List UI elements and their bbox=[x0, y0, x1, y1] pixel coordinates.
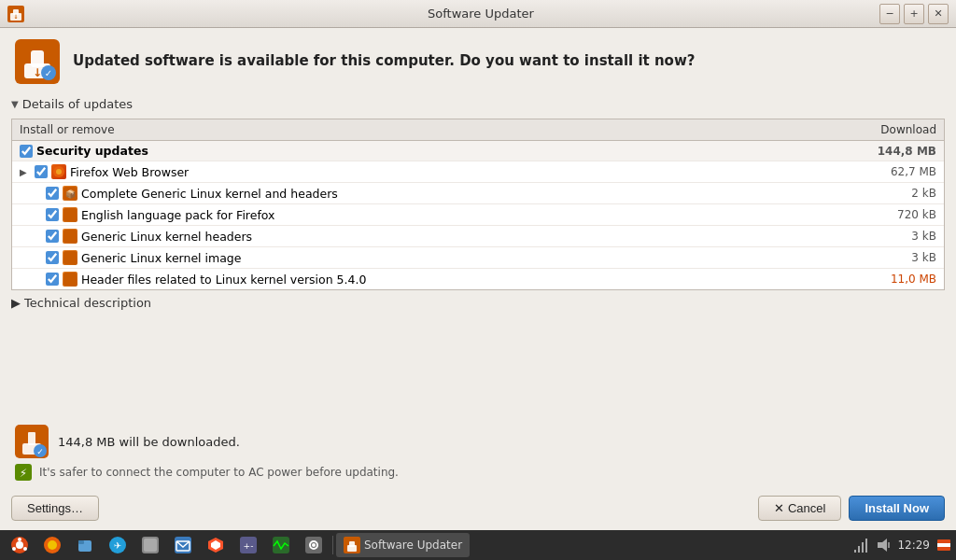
col-install-header: Install or remove bbox=[20, 123, 852, 136]
item-checkbox[interactable] bbox=[46, 187, 59, 200]
item-checkbox[interactable] bbox=[46, 230, 59, 243]
svg-rect-50 bbox=[349, 541, 355, 547]
taskbar-icons-left: ✈ +- Software Updater bbox=[4, 533, 470, 557]
taskbar-volume-icon bbox=[875, 537, 892, 553]
taskbar-signal-icon bbox=[852, 537, 869, 553]
download-text: 144,8 MB will be downloaded. bbox=[58, 435, 240, 449]
table-row: Security updates 144,8 MB bbox=[12, 141, 944, 161]
svg-point-26 bbox=[16, 541, 23, 549]
bottom-info: ✓ 144,8 MB will be downloaded. ⚡ It's sa… bbox=[0, 417, 956, 488]
item-size: 2 kB bbox=[852, 187, 936, 200]
taskbar-settings-icon[interactable] bbox=[298, 533, 330, 557]
technical-section: ▶ Technical description bbox=[11, 296, 945, 310]
svg-text:📦: 📦 bbox=[65, 189, 77, 200]
main-window: ↓ ✓ Updated software is available for th… bbox=[0, 28, 956, 530]
header-icon: ↓ ✓ bbox=[15, 39, 60, 84]
header: ↓ ✓ Updated software is available for th… bbox=[0, 28, 956, 95]
svg-rect-51 bbox=[854, 550, 856, 553]
install-now-button[interactable]: Install Now bbox=[849, 496, 945, 521]
svg-text:↓: ↓ bbox=[13, 13, 18, 20]
item-checkbox[interactable] bbox=[46, 273, 59, 286]
item-size: 720 kB bbox=[852, 208, 936, 221]
svg-point-27 bbox=[18, 538, 21, 541]
titlebar: ↓ Software Updater − + ✕ bbox=[0, 0, 956, 28]
details-toggle[interactable]: ▼ Details of updates bbox=[11, 95, 945, 115]
taskbar-mail-icon[interactable] bbox=[167, 533, 199, 557]
item-label: Firefox Web Browser bbox=[70, 165, 189, 179]
item-checkbox[interactable] bbox=[46, 208, 59, 221]
cancel-button[interactable]: ✕ Cancel bbox=[758, 496, 841, 521]
table-row: ▶ Firefox Web Browser 62,7 MB bbox=[12, 161, 944, 183]
svg-rect-54 bbox=[865, 539, 867, 553]
taskbar-updater-label: Software Updater bbox=[364, 539, 462, 552]
svg-point-28 bbox=[23, 547, 27, 551]
item-label: Header files related to Linux kernel ver… bbox=[81, 273, 366, 287]
spacer bbox=[0, 315, 956, 417]
taskbar-telegram-icon[interactable]: ✈ bbox=[102, 533, 134, 557]
svg-rect-20 bbox=[28, 432, 35, 445]
taskbar-updater-item[interactable]: Software Updater bbox=[336, 533, 470, 557]
row-left: Security updates bbox=[20, 144, 852, 158]
package-icon bbox=[63, 250, 77, 265]
titlebar-controls: − + ✕ bbox=[879, 4, 949, 24]
taskbar-brave-icon[interactable] bbox=[200, 533, 232, 557]
item-size: 11,0 MB bbox=[852, 273, 936, 286]
expand-icon[interactable]: ▶ bbox=[20, 167, 31, 177]
item-size: 3 kB bbox=[852, 230, 936, 243]
power-icon: ⚡ bbox=[15, 464, 32, 481]
titlebar-title: Software Updater bbox=[82, 7, 879, 21]
svg-text:+-: +- bbox=[244, 541, 254, 551]
settings-button[interactable]: Settings… bbox=[11, 496, 99, 521]
svg-rect-52 bbox=[858, 546, 860, 553]
taskbar-calc-icon[interactable]: +- bbox=[232, 533, 264, 557]
taskbar-ubuntu-icon[interactable] bbox=[4, 533, 35, 557]
svg-text:↓: ↓ bbox=[33, 66, 42, 79]
section-checkbox[interactable] bbox=[20, 145, 33, 158]
taskbar-image-icon[interactable] bbox=[134, 533, 166, 557]
taskbar: ✈ +- Software Updater 12:29 bbox=[0, 530, 956, 560]
minimize-button[interactable]: − bbox=[879, 4, 900, 24]
package-icon: 📦 bbox=[63, 186, 77, 201]
technical-arrow: ▶ bbox=[11, 296, 21, 310]
item-label: Complete Generic Linux kernel and header… bbox=[81, 187, 338, 201]
row-left: Generic Linux kernel image bbox=[20, 250, 852, 265]
maximize-button[interactable]: + bbox=[904, 4, 924, 24]
svg-text:✈: ✈ bbox=[114, 540, 121, 551]
table-row: Generic Linux kernel headers 3 kB bbox=[12, 226, 944, 247]
taskbar-right: 12:29 bbox=[852, 537, 952, 553]
taskbar-activity-icon[interactable] bbox=[265, 533, 297, 557]
taskbar-files-icon[interactable] bbox=[69, 533, 101, 557]
item-size: 62,7 MB bbox=[852, 165, 936, 178]
svg-text:✓: ✓ bbox=[45, 68, 52, 78]
row-left: ▶ Firefox Web Browser bbox=[20, 164, 852, 179]
section-label: Security updates bbox=[36, 144, 148, 158]
table-row: English language pack for Firefox 720 kB bbox=[12, 204, 944, 226]
ac-warning-text: It's safer to connect the computer to AC… bbox=[39, 466, 399, 479]
download-info: ✓ 144,8 MB will be downloaded. bbox=[15, 425, 941, 458]
row-left: 📦 Complete Generic Linux kernel and head… bbox=[20, 186, 852, 201]
item-label: Generic Linux kernel image bbox=[81, 251, 242, 265]
download-icon: ✓ bbox=[15, 425, 49, 458]
taskbar-firefox-icon[interactable] bbox=[36, 533, 68, 557]
svg-rect-6 bbox=[31, 50, 44, 67]
package-icon bbox=[63, 272, 77, 287]
close-button[interactable]: ✕ bbox=[928, 4, 949, 24]
updates-table[interactable]: Install or remove Download Security upda… bbox=[11, 119, 945, 290]
col-download-header: Download bbox=[852, 123, 936, 136]
row-left: Header files related to Linux kernel ver… bbox=[20, 272, 852, 287]
item-checkbox[interactable] bbox=[35, 165, 48, 178]
item-size: 3 kB bbox=[852, 251, 936, 264]
taskbar-clock: 12:29 bbox=[897, 539, 930, 552]
item-label: English language pack for Firefox bbox=[81, 208, 275, 222]
item-checkbox[interactable] bbox=[46, 251, 59, 264]
technical-toggle[interactable]: ▶ Technical description bbox=[11, 296, 945, 310]
svg-point-11 bbox=[56, 169, 62, 175]
svg-rect-16 bbox=[63, 251, 77, 264]
details-label: Details of updates bbox=[22, 97, 133, 111]
svg-rect-14 bbox=[63, 208, 77, 221]
package-icon bbox=[63, 229, 77, 244]
svg-rect-53 bbox=[862, 542, 864, 553]
svg-point-29 bbox=[12, 547, 16, 551]
row-left: English language pack for Firefox bbox=[20, 207, 852, 222]
ac-warning: ⚡ It's safer to connect the computer to … bbox=[15, 464, 941, 481]
